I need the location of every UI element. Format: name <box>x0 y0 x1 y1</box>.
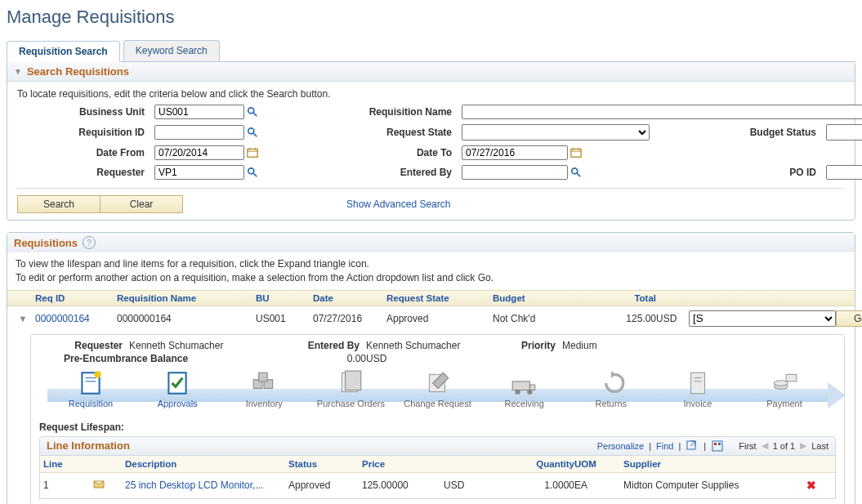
col-state[interactable]: Request State <box>386 293 493 303</box>
budget-status-select[interactable] <box>826 124 862 140</box>
personalize-link[interactable]: Personalize <box>597 441 644 451</box>
search-title: Search Requisitions <box>27 65 129 78</box>
approvals-icon <box>163 369 191 397</box>
date-from-input[interactable] <box>154 145 244 160</box>
lifespan-receiving: Receiving <box>488 369 561 408</box>
page-title: Manage Requisitions <box>7 7 855 28</box>
clear-button[interactable]: Clear <box>100 195 183 213</box>
requisition-name-input[interactable] <box>462 105 862 119</box>
lookup-icon[interactable] <box>246 126 259 139</box>
requisitions-hint2: To edit or perform another action on a r… <box>16 271 846 285</box>
col-budget[interactable]: Budget <box>493 293 574 303</box>
col-req-name[interactable]: Requisition Name <box>117 293 256 303</box>
search-button[interactable]: Search <box>17 195 100 213</box>
label-request-state: Request State <box>324 127 455 138</box>
inventory-icon <box>250 369 278 397</box>
request-state-select[interactable] <box>462 124 650 140</box>
collapse-row-icon[interactable]: ▼ <box>11 314 35 323</box>
col-supplier[interactable]: Supplier <box>623 459 779 469</box>
col-req-id[interactable]: Req ID <box>35 293 117 303</box>
item-icon[interactable] <box>92 478 125 493</box>
svg-rect-44 <box>714 443 717 445</box>
svg-point-4 <box>248 128 254 134</box>
label-po-id: PO ID <box>705 167 820 178</box>
find-link[interactable]: Find <box>656 441 673 451</box>
line-number: 1 <box>43 479 92 491</box>
pre-enc-currency: USD <box>366 353 497 364</box>
svg-point-23 <box>94 371 101 378</box>
col-price[interactable]: Price <box>362 459 444 469</box>
tab-requisition-search[interactable]: Requisition Search <box>7 41 120 62</box>
svg-line-15 <box>253 173 257 176</box>
col-status[interactable]: Status <box>288 459 362 469</box>
svg-rect-43 <box>712 441 722 451</box>
next-icon[interactable]: ▶ <box>800 440 806 451</box>
prev-icon[interactable]: ◀ <box>762 440 768 451</box>
first-label[interactable]: First <box>739 441 756 451</box>
lifespan-po: Purchase Orders <box>314 369 387 408</box>
req-id-link[interactable]: 0000000164 <box>35 313 117 324</box>
col-description[interactable]: Description <box>125 459 288 469</box>
go-button[interactable]: Go <box>836 310 862 327</box>
lifespan-approvals[interactable]: Approvals <box>141 369 214 408</box>
action-select[interactable]: [S <box>689 310 836 327</box>
svg-line-5 <box>253 133 257 136</box>
line-price: 125.00000 <box>362 479 444 491</box>
col-date[interactable]: Date <box>313 293 386 303</box>
svg-rect-45 <box>718 443 721 445</box>
calendar-icon[interactable] <box>246 146 259 159</box>
label-date-from: Date From <box>17 147 148 158</box>
requester-input[interactable] <box>154 165 244 180</box>
tab-bar: Requisition Search Keyword Search <box>7 40 855 62</box>
requisition-id-input[interactable] <box>154 125 244 140</box>
lookup-icon[interactable] <box>246 166 259 179</box>
col-line[interactable]: Line <box>43 459 92 469</box>
payment-icon <box>770 369 798 397</box>
bu-cell: US001 <box>256 313 313 324</box>
col-total[interactable]: Total <box>574 293 656 303</box>
label-date-to: Date To <box>324 147 455 158</box>
svg-point-14 <box>248 168 254 174</box>
po-id-input[interactable] <box>826 165 862 180</box>
svg-line-1 <box>253 113 257 116</box>
last-label[interactable]: Last <box>811 441 829 451</box>
svg-point-33 <box>515 389 520 394</box>
line-status: Approved <box>288 479 362 491</box>
search-header[interactable]: ▼ Search Requisitions <box>7 62 855 82</box>
col-uom[interactable]: UOM <box>574 459 623 469</box>
advanced-search-link[interactable]: Show Advanced Search <box>346 198 450 210</box>
grid-header: Req ID Requisition Name BU Date Request … <box>7 290 855 306</box>
line-uom: EA <box>574 479 623 491</box>
lookup-icon[interactable] <box>569 166 583 179</box>
lifespan-inventory: Inventory <box>227 369 301 408</box>
col-quantity[interactable]: Quantity <box>485 459 574 469</box>
line-info-title: Line Information <box>47 439 130 452</box>
calendar-icon[interactable] <box>569 146 583 159</box>
zoom-icon[interactable] <box>686 439 699 453</box>
lifespan-invoice: Invoice <box>661 369 735 408</box>
lifespan-change: Change Request <box>401 369 475 408</box>
col-bu[interactable]: BU <box>256 293 313 303</box>
detail-requester: Kenneth Schumacher <box>129 340 276 351</box>
line-currency: USD <box>444 479 485 491</box>
line-row: 1 25 inch Desktop LCD Monitor,... Approv… <box>39 473 836 499</box>
delete-line-icon[interactable]: ✖ <box>779 479 844 492</box>
business-unit-input[interactable] <box>154 105 244 119</box>
date-to-input[interactable] <box>462 145 568 160</box>
detail-entered-by: Kenneth Schumacher <box>366 340 497 351</box>
requisition-icon <box>77 369 105 397</box>
label-detail-priority: Priority <box>497 340 562 351</box>
help-icon[interactable]: ? <box>83 236 96 249</box>
label-entered-by: Entered By <box>324 167 455 178</box>
label-detail-entered-by: Entered By <box>276 340 366 351</box>
table-row: ▼ 0000000164 0000000164 US001 07/27/2016… <box>7 306 855 331</box>
lookup-icon[interactable] <box>246 105 259 118</box>
line-description-link[interactable]: 25 inch Desktop LCD Monitor,... <box>125 479 288 491</box>
download-icon[interactable] <box>711 439 724 453</box>
tab-keyword-search[interactable]: Keyword Search <box>123 40 220 61</box>
entered-by-input[interactable] <box>462 165 568 180</box>
label-detail-requester: Requester <box>39 340 129 351</box>
lifespan-requisition[interactable]: Requisition <box>54 369 127 408</box>
requisition-detail: Requester Kenneth Schumacher Entered By … <box>30 334 845 504</box>
label-budget-status: Budget Status <box>705 127 820 138</box>
